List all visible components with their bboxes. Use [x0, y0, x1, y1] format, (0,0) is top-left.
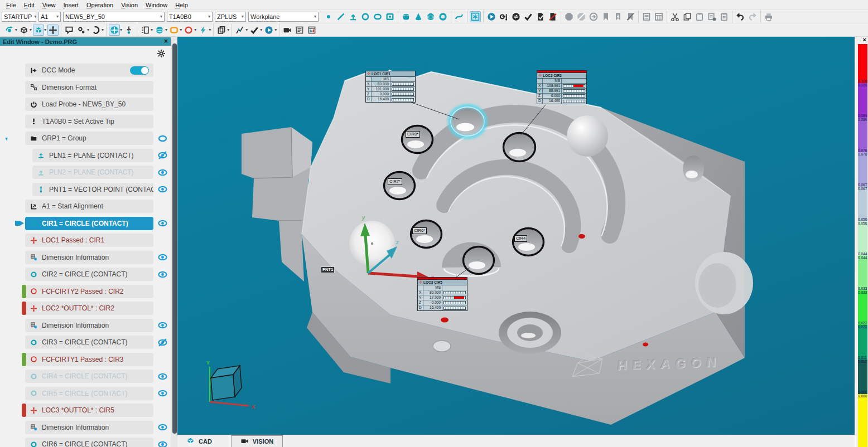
eye-slash-icon[interactable] [157, 338, 168, 347]
dcc-mode-toggle[interactable] [130, 66, 149, 75]
clipboard-grid-icon[interactable] [718, 11, 730, 22]
settings-gears-icon[interactable] [76, 25, 87, 36]
probe-file-combo[interactable]: NEW5_BY_50▾ [63, 12, 165, 22]
cylinder-icon[interactable] [401, 11, 412, 22]
feature-label-loc3-cir5[interactable]: LOC3 CIR5MSX80.000Y17.000Z0.000D16.400 [417, 277, 467, 311]
chevron-down-icon[interactable]: ▾ [102, 27, 104, 32]
feature-marker-pnt1[interactable]: PNT1 [321, 266, 335, 273]
doc-check-icon[interactable] [535, 11, 546, 22]
menu-operation[interactable]: Operation [83, 2, 117, 8]
menu-help[interactable]: Help [171, 2, 192, 8]
copy-icon[interactable] [682, 11, 693, 22]
view-cube[interactable]: Y X [206, 360, 255, 410]
execute-from-point-icon[interactable] [498, 11, 509, 22]
edit-row-cir4[interactable]: CIR4 = CIRCLE (CONTACT) [25, 370, 153, 383]
tab-cad[interactable]: CAD [177, 435, 221, 447]
paste-special-icon[interactable] [706, 11, 717, 22]
chevron-down-icon[interactable]: ▾ [194, 27, 196, 32]
solid-view-icon[interactable] [33, 25, 44, 36]
edit-row-cir2[interactable]: CIR2 = CIRCLE (CONTACT) [25, 268, 153, 281]
edit-row-cir5[interactable]: CIR5 = CIRCLE (CONTACT) [25, 387, 153, 400]
menu-view[interactable]: View [38, 2, 60, 8]
program-combo[interactable]: STARTUP▾ [2, 12, 36, 22]
sphere-feature-icon[interactable] [154, 25, 165, 36]
eye-open-icon[interactable] [157, 270, 168, 279]
feature-label-loc2-cir2[interactable]: LOC2 CIR2MSX108.991Y88.991Z0.000D16.400 [537, 70, 587, 104]
execute-icon[interactable] [486, 11, 497, 22]
feature-marker-cir4[interactable]: CIR4 [514, 235, 527, 242]
execute-mini-icon[interactable] [263, 25, 274, 36]
rotate-d-icon[interactable] [90, 25, 102, 36]
edit-row-cir3[interactable]: CIR3 = CIRCLE (CONTACT) [25, 336, 153, 349]
bookmark-icon[interactable] [600, 11, 611, 22]
chevron-down-icon[interactable]: ▾ [165, 27, 167, 32]
eye-ring-icon[interactable] [157, 134, 168, 143]
edit-row-loc2[interactable]: LOC2 *OUTTOL* : CIR2 [25, 302, 153, 315]
redo-icon[interactable] [747, 11, 758, 22]
print-icon[interactable] [763, 11, 774, 22]
edit-row-t1a0b0[interactable]: T1A0B0 = Set Active Tip [25, 115, 153, 128]
mark-done-icon[interactable] [249, 25, 260, 36]
round-slot-icon[interactable] [372, 11, 383, 22]
edit-row-dcc[interactable]: DCC Mode [25, 64, 153, 77]
feature-marker-cir8[interactable]: CIR8* [406, 131, 420, 138]
scale-close-icon[interactable]: × [863, 37, 866, 43]
edit-row-load[interactable]: Load Probe - NEW5_BY_50 [25, 98, 153, 111]
menu-insert[interactable]: Insert [59, 2, 83, 8]
active-tip-combo[interactable]: T1A0B0▾ [167, 12, 213, 22]
mark-icon[interactable] [523, 11, 534, 22]
stop-disabled-icon[interactable] [576, 11, 587, 22]
square-slot-icon[interactable] [384, 11, 396, 22]
paste-icon[interactable] [694, 11, 705, 22]
eye-slash-icon[interactable] [157, 151, 168, 159]
mode-combo[interactable]: Workplane▾ [248, 12, 319, 22]
circle-feature-icon[interactable] [183, 25, 194, 36]
auto-feature-icon[interactable] [470, 11, 481, 22]
undo-icon[interactable] [735, 11, 746, 22]
circle-icon[interactable] [360, 11, 371, 22]
camera-icon[interactable] [282, 25, 293, 36]
chevron-down-icon[interactable]: ▾ [30, 27, 32, 32]
point-icon[interactable] [323, 11, 334, 22]
comment-icon[interactable] [64, 25, 75, 36]
gear-icon[interactable] [157, 49, 166, 58]
edit-row-fcfcirty2[interactable]: FCFCIRTY2 Passed : CIR2 [25, 285, 153, 298]
panel-scrollbar[interactable] [171, 37, 177, 447]
eye-open-icon[interactable] [157, 168, 168, 177]
torus-icon[interactable] [437, 11, 449, 22]
edit-row-pln1[interactable]: PLN1 = PLANE (CONTACT) [32, 149, 153, 162]
chevron-down-icon[interactable]: ▾ [209, 27, 211, 32]
tab-vision[interactable]: VISION [231, 435, 283, 447]
chevron-down-icon[interactable]: ▾ [120, 27, 122, 32]
edit-row-grp1[interactable]: GRP1 = Group [25, 132, 153, 145]
edit-row-dimension[interactable]: Dimension Information [25, 251, 153, 264]
feature-marker-cir6[interactable]: CIR6* [412, 227, 427, 234]
probe-tree-icon[interactable] [123, 25, 134, 36]
edit-row-cir6[interactable]: CIR6 = CIRCLE (CONTACT) [25, 438, 153, 447]
edit-row-pln2[interactable]: PLN2 = PLANE (CONTACT) [32, 166, 153, 179]
menu-window[interactable]: Window [142, 2, 171, 8]
scrollbar-thumb[interactable] [172, 43, 177, 434]
bookmark-insert-icon[interactable] [613, 11, 624, 22]
expander-icon[interactable]: ▾ [5, 135, 8, 142]
edit-row-pnt1[interactable]: PNT1 = VECTOR POINT (CONTAC [32, 183, 153, 196]
plane-icon[interactable] [348, 11, 359, 22]
workplane-combo[interactable]: ZPLUS▾ [215, 12, 246, 22]
edit-row-dimension[interactable]: Dimension Information [25, 421, 153, 434]
edit-row-dimension[interactable]: Dimension Information [25, 319, 153, 332]
report-grid-icon[interactable] [653, 11, 664, 22]
alignment-combo[interactable]: A1▾ [38, 12, 61, 22]
eye-open-icon[interactable] [157, 440, 168, 447]
edit-row-fcfcirty1[interactable]: FCFCIRTY1 Passed : CIR3 [25, 353, 153, 366]
edit-row-a1[interactable]: A1 = Start Alignment [25, 200, 153, 213]
feature-label-loc1-cir1[interactable]: LOC1 CIR1MSX80.000Y101.000Z0.000D16.400 [365, 71, 416, 103]
chevron-down-icon[interactable]: ▾ [87, 27, 89, 32]
doc-cancel-icon[interactable] [547, 11, 558, 22]
stop-icon[interactable] [563, 11, 575, 22]
go-arrow-icon[interactable] [588, 11, 599, 22]
line-icon[interactable] [335, 11, 346, 22]
feature-list-icon[interactable] [139, 25, 151, 36]
pan-icon[interactable] [47, 25, 59, 36]
cut-icon[interactable] [669, 11, 681, 22]
copy-pattern-icon[interactable] [216, 25, 227, 36]
